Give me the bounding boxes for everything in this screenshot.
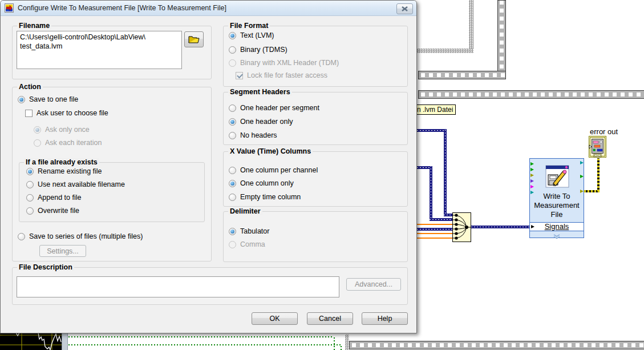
- radio-overwrite-file[interactable]: Overwrite file: [26, 207, 79, 215]
- radio-label: Text (LVM): [240, 31, 274, 40]
- radio-label: Binary (TDMS): [240, 46, 287, 54]
- radio-binary-tdms[interactable]: Binary (TDMS): [229, 46, 287, 54]
- radio-label: Append to file: [38, 194, 81, 202]
- radio-label: One header only: [240, 118, 293, 126]
- boolean-wire-1-vertical[interactable]: [334, 336, 335, 350]
- terminal-error-out-icon: [580, 190, 584, 193]
- waveform-chart-fragment: [0, 333, 62, 350]
- radio-save-to-one-file[interactable]: Save to one file: [18, 95, 78, 104]
- radio-one-column-per-channel[interactable]: One column per channel: [229, 166, 318, 175]
- radio-no-headers[interactable]: No headers: [229, 131, 277, 140]
- free-label[interactable]: n .lvm Datei: [414, 104, 456, 115]
- ok-button[interactable]: OK: [252, 312, 298, 325]
- dynamic-data-wire-b-end[interactable]: [430, 218, 454, 221]
- cancel-button-label: Cancel: [319, 315, 341, 323]
- terminal-teal-right-icon: [580, 161, 584, 164]
- filename-group-label: Filename: [17, 22, 51, 30]
- analog-wire-3[interactable]: [417, 238, 453, 239]
- boolean-wire-2[interactable]: [68, 344, 341, 345]
- radio-label: No headers: [240, 131, 277, 140]
- express-vi-write-to-measurement-file[interactable]: Write To Measurement File Signals: [529, 158, 584, 238]
- radio-label: Save to one file: [29, 95, 78, 104]
- cancel-button[interactable]: Cancel: [307, 312, 353, 325]
- radio-label: Binary with XML Header (TDM): [240, 59, 339, 67]
- error-wire-vertical[interactable]: [597, 158, 600, 191]
- radio-save-to-series-of-files[interactable]: Save to series of files (multiple files): [18, 232, 143, 241]
- checkbox-label: Ask user to choose file: [37, 109, 108, 118]
- boolean-wire-2-vertical[interactable]: [341, 344, 342, 350]
- terminal-green-1-icon: [530, 162, 534, 166]
- radio-text-lvm[interactable]: Text (LVM): [229, 31, 274, 40]
- settings-button: Settings...: [39, 245, 86, 257]
- analog-wire-2[interactable]: [417, 233, 453, 234]
- radio-rename-existing-file[interactable]: Rename existing file: [26, 167, 102, 176]
- radio-icon: [34, 126, 41, 134]
- while-loop-border-vertical[interactable]: [469, 0, 473, 53]
- advanced-button-label: Advanced...: [355, 280, 392, 288]
- radio-icon: [229, 194, 236, 201]
- file-description-input[interactable]: [17, 276, 339, 297]
- terminal-teal-left-icon: [530, 191, 534, 194]
- while-loop-border-horizontal[interactable]: [417, 49, 473, 53]
- while-loop-border-bottom-fragment[interactable]: [345, 335, 349, 350]
- dynamic-data-wire-c[interactable]: [417, 228, 453, 231]
- labview-block-diagram: n .lvm Datei error out: [0, 0, 644, 350]
- boolean-wire-1[interactable]: [68, 336, 334, 337]
- merge-signals-node[interactable]: [452, 212, 471, 242]
- radio-append-to-file[interactable]: Append to file: [26, 194, 81, 202]
- terminal-magenta-icon: [530, 185, 534, 188]
- radio-icon: [26, 207, 34, 215]
- radio-icon: [229, 59, 236, 67]
- radio-one-column-only[interactable]: One column only: [229, 179, 294, 188]
- radio-icon: [229, 132, 236, 139]
- radio-icon: [34, 139, 41, 147]
- browse-button[interactable]: [184, 31, 204, 47]
- terminal-olive-icon: [530, 174, 534, 177]
- signals-terminal[interactable]: Signals: [529, 222, 584, 231]
- file-exists-group-label: If a file already exists: [24, 158, 99, 166]
- delimiter-group: Delimiter: [223, 211, 408, 262]
- error-out-label[interactable]: error out: [590, 127, 618, 136]
- advanced-button: Advanced...: [346, 278, 401, 291]
- close-button[interactable]: [396, 3, 413, 14]
- flat-sequence-border-vertical[interactable]: [497, 0, 506, 79]
- radio-one-header-per-segment[interactable]: One header per segment: [229, 104, 319, 112]
- checkbox-lock-file: Lock file for faster access: [236, 71, 327, 80]
- scrollbar-fragment[interactable]: [62, 333, 68, 350]
- analog-wire-1[interactable]: [417, 224, 453, 225]
- expand-chevron-icon[interactable]: [530, 231, 584, 239]
- radio-icon: [18, 96, 25, 103]
- dynamic-data-wire-a-vertical[interactable]: [444, 129, 447, 216]
- file-description-group-label: File Description: [17, 263, 74, 271]
- flat-sequence-border-top[interactable]: [418, 71, 506, 79]
- radio-empty-time-column[interactable]: Empty time column: [229, 193, 301, 202]
- configure-write-to-measurement-file-dialog: Configure Write To Measurement File [Wri…: [0, 0, 417, 333]
- dynamic-data-wire-merged[interactable]: [471, 226, 529, 228]
- radio-one-header-only[interactable]: One header only: [229, 118, 293, 126]
- flat-sequence-border-bottom[interactable]: [349, 341, 644, 349]
- folder-open-icon: [188, 35, 200, 44]
- write-file-icon: [545, 164, 570, 190]
- error-out-indicator[interactable]: [589, 136, 606, 159]
- help-button-label: Help: [378, 315, 392, 323]
- dialog-title: Configure Write To Measurement File [Wri…: [18, 4, 226, 12]
- radio-tabulator[interactable]: Tabulator: [229, 227, 269, 236]
- close-icon: [402, 6, 408, 11]
- radio-label: Comma: [240, 240, 265, 249]
- checkbox-icon: [25, 110, 33, 117]
- radio-icon: [229, 241, 236, 248]
- filename-input[interactable]: C:\Users\gelli-control\Desktop\LabView\ …: [17, 31, 182, 69]
- radio-ask-each-iteration: Ask each iteration: [34, 139, 102, 147]
- dynamic-data-wire-b-vertical[interactable]: [430, 166, 432, 221]
- help-button[interactable]: Help: [362, 312, 408, 325]
- dialog-titlebar[interactable]: Configure Write To Measurement File [Wri…: [1, 1, 416, 16]
- radio-label: Use next available filename: [38, 180, 125, 189]
- dynamic-data-wire-a[interactable]: [417, 129, 447, 132]
- radio-use-next-available-filename[interactable]: Use next available filename: [26, 180, 125, 189]
- flat-sequence-border-middle[interactable]: [418, 90, 644, 99]
- delimiter-group-label: Delimiter: [228, 207, 262, 215]
- error-out-label-text: error out: [590, 127, 618, 136]
- radio-label: One header per segment: [240, 104, 319, 112]
- radio-icon: [229, 167, 236, 174]
- checkbox-ask-user-to-choose-file[interactable]: Ask user to choose file: [25, 109, 108, 118]
